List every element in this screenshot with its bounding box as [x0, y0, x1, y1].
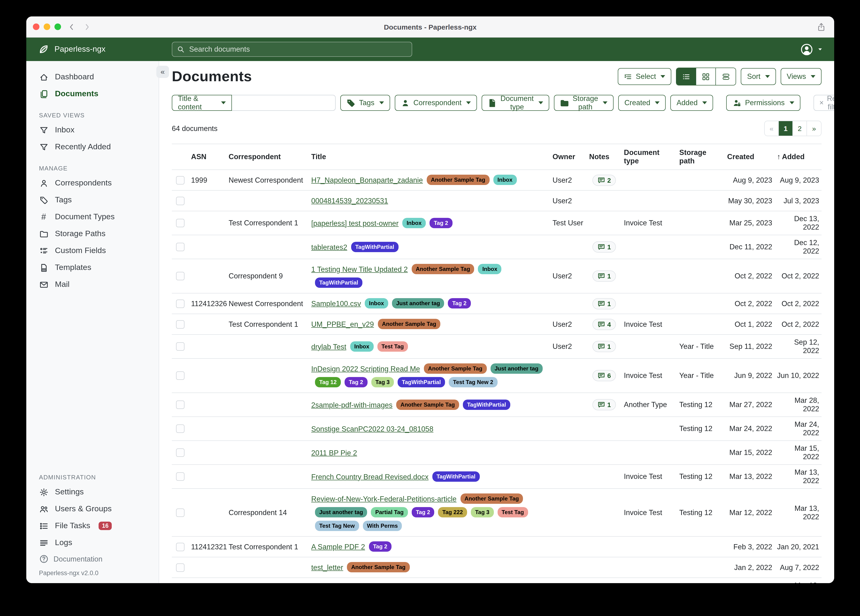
views-button[interactable]: Views	[781, 68, 821, 85]
share-icon[interactable]	[817, 16, 826, 37]
column-header-added[interactable]: ↑Added	[775, 152, 821, 161]
column-header-notes[interactable]: Notes	[587, 152, 621, 161]
tag-pill[interactable]: Inbox	[402, 218, 426, 228]
tag-pill[interactable]: Test Tag New 2	[449, 377, 497, 387]
tag-pill[interactable]: TagWithPartial	[463, 399, 510, 410]
notes-badge[interactable]: 1	[592, 241, 616, 253]
reset-filters-button[interactable]: × Reset filters	[813, 95, 834, 111]
column-header-title[interactable]: Title	[309, 152, 550, 161]
sidebar-item-file-tasks[interactable]: File Tasks16	[26, 517, 159, 534]
search-input[interactable]	[188, 45, 407, 54]
forward-icon[interactable]	[83, 23, 91, 31]
sidebar-item-custom-fields[interactable]: Custom Fields	[26, 242, 159, 259]
notes-badge[interactable]: 1	[592, 341, 616, 352]
tag-pill[interactable]: Another Sample Tag	[411, 264, 474, 274]
tag-pill[interactable]: Tag 2	[448, 298, 471, 308]
row-checkbox[interactable]	[176, 542, 185, 551]
sidebar-item-recently-added[interactable]: Recently Added	[26, 138, 159, 156]
tag-pill[interactable]: Another Sample Tag	[378, 319, 441, 329]
sidebar-item-tags[interactable]: Tags	[26, 192, 159, 209]
row-checkbox[interactable]	[176, 196, 185, 205]
column-header-asn[interactable]: ASN	[189, 152, 226, 161]
row-checkbox[interactable]	[176, 342, 185, 351]
column-header-owner[interactable]: Owner	[550, 152, 587, 161]
filter-button-tags[interactable]: Tags	[341, 95, 390, 111]
doc-title-link[interactable]: 2011 BP Pie 2	[311, 449, 357, 457]
tag-pill[interactable]: Test Tag	[497, 507, 528, 517]
notes-badge[interactable]: 4	[592, 319, 616, 330]
sidebar-item-documents[interactable]: Documents	[26, 85, 159, 102]
tag-pill[interactable]: Inbox	[350, 341, 374, 351]
tag-pill[interactable]: Another Sample Tag	[427, 174, 490, 185]
sort-button[interactable]: Sort	[741, 68, 776, 85]
doc-title-link[interactable]: 0004814539_20230531	[311, 197, 388, 205]
select-button[interactable]: Select	[618, 68, 672, 85]
page-button-1[interactable]: 1	[779, 121, 793, 136]
tag-pill[interactable]: Test Tag	[377, 341, 408, 351]
notes-badge[interactable]: 6	[592, 370, 616, 381]
sidebar-item-users-groups[interactable]: Users & Groups	[26, 501, 159, 517]
doc-title-link[interactable]: 2sample-pdf-with-images	[311, 401, 392, 409]
sidebar-item-inbox[interactable]: Inbox	[26, 122, 159, 138]
row-checkbox[interactable]	[176, 472, 185, 481]
tag-pill[interactable]: Tag 2	[412, 507, 435, 517]
sidebar-item-logs[interactable]: Logs	[26, 534, 159, 551]
tag-pill[interactable]: Just another tag	[392, 298, 444, 308]
doc-title-link[interactable]: tablerates2	[311, 243, 347, 251]
notes-badge[interactable]: 2	[592, 174, 616, 186]
notes-badge[interactable]: 1	[592, 298, 616, 309]
app-brand[interactable]: Paperless-ngx	[26, 44, 159, 55]
tag-pill[interactable]: Inbox	[365, 298, 388, 308]
user-menu[interactable]	[800, 43, 834, 56]
filter-button-storage-path[interactable]: Storage path	[554, 95, 614, 111]
title-content-dropdown[interactable]: Title & content	[172, 95, 232, 111]
filter-button-added[interactable]: Added	[670, 95, 713, 111]
tag-pill[interactable]: Another Sample Tag	[424, 363, 487, 374]
view-detail-button[interactable]	[716, 68, 736, 85]
row-checkbox[interactable]	[176, 243, 185, 251]
doc-title-link[interactable]: drylab Test	[311, 343, 346, 350]
zoom-window-button[interactable]	[55, 24, 61, 30]
tag-pill[interactable]: Partial Tag	[371, 507, 408, 517]
row-checkbox[interactable]	[176, 448, 185, 457]
doc-title-link[interactable]: test_letter	[311, 563, 343, 571]
page-prev-button[interactable]: «	[765, 121, 779, 136]
sidebar-item-settings[interactable]: Settings	[26, 484, 159, 501]
tag-pill[interactable]: TagWithPartial	[315, 278, 363, 288]
tag-pill[interactable]: Just another tag	[490, 363, 543, 374]
global-search[interactable]	[172, 42, 412, 57]
tag-pill[interactable]: Tag 2	[430, 218, 452, 228]
row-checkbox[interactable]	[176, 563, 185, 572]
close-window-button[interactable]	[33, 24, 39, 30]
tag-pill[interactable]: Tag 12	[315, 377, 341, 387]
sidebar-item-storage-paths[interactable]: Storage Paths	[26, 225, 159, 242]
tag-pill[interactable]: Tag 2	[369, 541, 391, 552]
tag-pill[interactable]: Tag 3	[371, 377, 394, 387]
sidebar-collapse-button[interactable]: «	[156, 66, 169, 78]
doc-title-link[interactable]: French Country Bread Revised.docx	[311, 473, 428, 481]
row-checkbox[interactable]	[176, 299, 185, 308]
view-grid-button[interactable]	[697, 68, 716, 85]
doc-title-link[interactable]: UM_PPBE_en_v29	[311, 320, 374, 328]
documentation-link[interactable]: Documentation	[26, 551, 159, 567]
doc-title-link[interactable]: InDesign 2022 Scripting Read Me	[311, 365, 420, 373]
back-icon[interactable]	[67, 23, 75, 31]
doc-title-link[interactable]: 1 Testing New Title Updated 2	[311, 265, 408, 273]
tag-pill[interactable]: Another Sample Tag	[347, 562, 410, 572]
column-header-document-type[interactable]: Document type	[621, 148, 677, 165]
row-checkbox[interactable]	[176, 272, 185, 280]
tag-pill[interactable]: Another Sample Tag	[396, 399, 459, 410]
filter-button-created[interactable]: Created	[618, 95, 665, 111]
tag-pill[interactable]: Inbox	[478, 264, 502, 274]
view-list-button[interactable]	[677, 68, 697, 85]
tag-pill[interactable]: Inbox	[493, 174, 516, 185]
sidebar-item-mail[interactable]: Mail	[26, 276, 159, 293]
sidebar-item-templates[interactable]: Templates	[26, 259, 159, 276]
tag-pill[interactable]: Tag 3	[471, 507, 494, 517]
doc-title-link[interactable]: [paperless] test post-owner	[311, 219, 399, 227]
tag-pill[interactable]: Just another tag	[315, 507, 367, 517]
doc-title-link[interactable]: A Sample PDF 2	[311, 543, 365, 551]
tag-pill[interactable]: TagWithPartial	[398, 377, 445, 387]
tag-pill[interactable]: TagWithPartial	[432, 471, 480, 481]
tag-pill[interactable]: Tag 222	[438, 507, 467, 517]
